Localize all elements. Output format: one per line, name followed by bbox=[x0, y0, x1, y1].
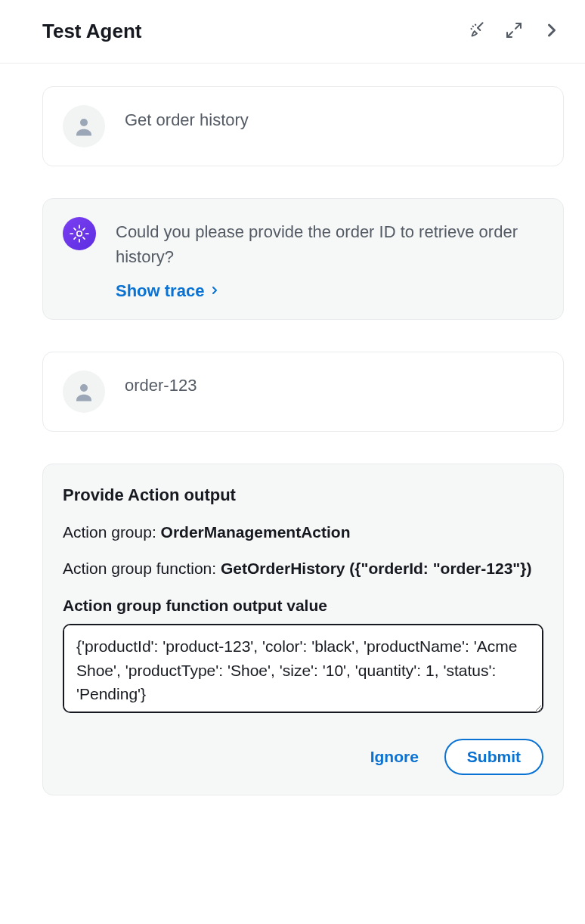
output-value-label: Action group function output value bbox=[63, 597, 543, 615]
svg-line-0 bbox=[515, 23, 521, 29]
show-trace-link[interactable]: Show trace bbox=[116, 281, 221, 301]
user-avatar-icon bbox=[63, 371, 105, 413]
svg-point-4 bbox=[80, 384, 88, 392]
broom-icon bbox=[467, 20, 487, 42]
chevron-right-icon bbox=[541, 20, 562, 43]
user-avatar-icon bbox=[63, 105, 105, 147]
user-message: order-123 bbox=[42, 352, 564, 432]
expand-button[interactable] bbox=[503, 20, 525, 43]
output-value-textarea[interactable] bbox=[63, 624, 543, 713]
message-text: Could you please provide the order ID to… bbox=[116, 219, 543, 269]
chat-area: Get order history Could you please provi… bbox=[0, 64, 585, 818]
agent-avatar-icon bbox=[63, 217, 96, 250]
action-group-value: OrderManagementAction bbox=[161, 523, 351, 541]
message-text: Get order history bbox=[125, 107, 543, 132]
agent-message: Could you please provide the order ID to… bbox=[42, 198, 564, 320]
action-group-line: Action group: OrderManagementAction bbox=[63, 520, 543, 544]
message-text: order-123 bbox=[125, 373, 543, 398]
action-panel-title: Provide Action output bbox=[63, 485, 543, 505]
expand-icon bbox=[505, 21, 523, 42]
user-message: Get order history bbox=[42, 86, 564, 166]
submit-button[interactable]: Submit bbox=[444, 739, 543, 775]
action-buttons: Ignore Submit bbox=[63, 739, 543, 775]
message-body: Get order history bbox=[125, 105, 543, 132]
action-group-label: Action group: bbox=[63, 523, 161, 541]
collapse-panel-button[interactable] bbox=[540, 18, 564, 45]
svg-line-1 bbox=[507, 32, 512, 37]
action-function-line: Action group function: GetOrderHistory (… bbox=[63, 557, 543, 581]
message-body: Could you please provide the order ID to… bbox=[116, 217, 543, 301]
message-body: order-123 bbox=[125, 371, 543, 398]
panel-title: Test Agent bbox=[42, 20, 141, 43]
header-actions bbox=[466, 18, 564, 45]
show-trace-label: Show trace bbox=[116, 281, 204, 301]
action-function-value: GetOrderHistory ({"orderId: "order-123"}… bbox=[221, 560, 531, 577]
action-function-label: Action group function: bbox=[63, 560, 221, 577]
panel-header: Test Agent bbox=[0, 0, 585, 64]
action-output-panel: Provide Action output Action group: Orde… bbox=[42, 464, 564, 795]
clear-button[interactable] bbox=[466, 19, 488, 44]
chevron-right-icon bbox=[209, 281, 221, 301]
svg-point-2 bbox=[80, 119, 88, 126]
ignore-button[interactable]: Ignore bbox=[363, 742, 426, 772]
svg-point-3 bbox=[77, 231, 82, 237]
